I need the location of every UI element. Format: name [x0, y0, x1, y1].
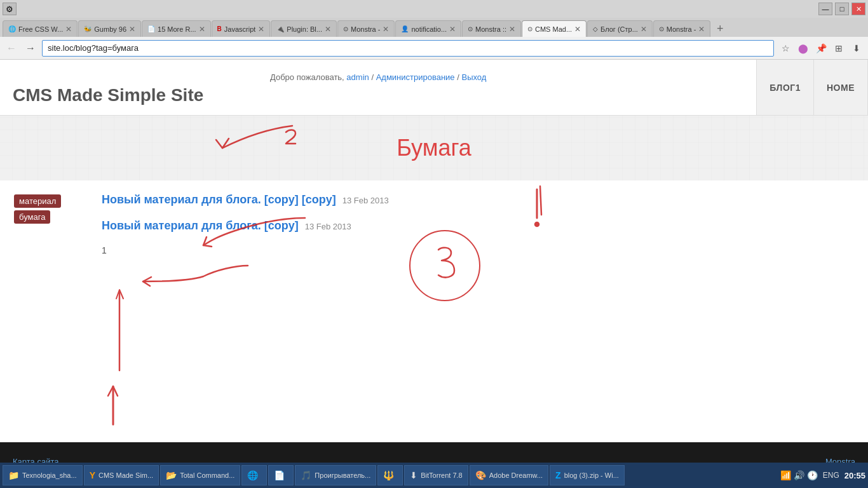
tab-favicon: 🌐 — [8, 25, 16, 32]
tab-close-icon[interactable]: ✕ — [698, 25, 705, 34]
post-1-link[interactable]: Новый материал для блога. [copy] [copy] — [102, 193, 336, 207]
window-controls: — □ ✕ — [818, 3, 865, 15]
taskbar-icon-ie: 🌐 — [247, 470, 258, 480]
system-time: 20:55 — [844, 471, 865, 480]
blog-post-1: Новый материал для блога. [copy] [copy] … — [102, 193, 855, 209]
nav-item-blog1[interactable]: БЛОГ1 — [757, 60, 814, 115]
tab-freecss[interactable]: 🌐 Free CSS W... ✕ — [3, 20, 78, 37]
taskbar-ie[interactable]: 🌐 — [241, 465, 267, 485]
taskbar-icon-bittorrent: ⬇ — [410, 470, 417, 480]
tab-bar: 🌐 Free CSS W... ✕ 🐝 Gumby 96 ✕ 📄 15 More… — [0, 18, 868, 37]
nav-item-home[interactable]: HOME — [814, 60, 868, 115]
tab-notification[interactable]: 👤 notificatio... ✕ — [395, 20, 461, 37]
tab-close-icon[interactable]: ✕ — [258, 25, 264, 34]
settings-button[interactable]: ⚙ — [3, 3, 17, 15]
tab-favicon: 📄 — [147, 25, 155, 32]
tab-label: Gumby 96 — [94, 25, 126, 33]
taskbar: 📁 Texnologia_sha... Y CMS Made Sim... 📂 … — [0, 463, 868, 488]
site-nav: БЛОГ1 HOME — [756, 60, 868, 115]
taskbar-dreamweaver[interactable]: 🎨 Adobe Dreamw... — [470, 465, 548, 485]
logout-link[interactable]: Выход — [461, 72, 486, 82]
forward-button[interactable]: → — [23, 41, 38, 56]
tab-close-icon[interactable]: ✕ — [509, 25, 515, 34]
taskbar-zip[interactable]: Z blog (3).zip - Wi... — [550, 465, 625, 485]
tab-close-icon[interactable]: ✕ — [129, 25, 135, 34]
tab-monstra1[interactable]: ⊙ Monstra - ✕ — [337, 20, 395, 37]
tab-plugin[interactable]: 🔌 Plugin: Bl... ✕ — [271, 20, 337, 37]
tag-material[interactable]: материал — [14, 194, 61, 208]
taskbar-icon-texnologia: 📁 — [8, 470, 19, 480]
tab-label: notificatio... — [411, 25, 447, 33]
post-2-link[interactable]: Новый материал для блога. [copy] — [102, 219, 299, 233]
taskbar-cms[interactable]: Y CMS Made Sim... — [84, 465, 159, 485]
tab-label: Javascript — [224, 25, 256, 33]
taskbar-file[interactable]: 📄 — [268, 465, 294, 485]
back-button[interactable]: ← — [4, 41, 19, 56]
taskbar-totalcmd[interactable]: 📂 Total Command... — [160, 465, 240, 485]
taskbar-label-zip: blog (3).zip - Wi... — [564, 471, 619, 479]
tab-label: Free CSS W... — [18, 25, 63, 33]
site-title-area: Добро пожаловать, admin / Администрирова… — [0, 60, 756, 115]
new-tab-button[interactable]: + — [711, 20, 729, 37]
title-bar: ⚙ — □ ✕ — [0, 0, 868, 18]
taskbar-label-player: Проигрыватель... — [315, 471, 370, 479]
taskbar-label-totalcmd: Total Command... — [180, 471, 234, 479]
taskbar-label-texnologia: Texnologia_sha... — [22, 471, 77, 479]
tab-label: Monstra - — [351, 25, 380, 33]
taskbar-texnologia[interactable]: 📁 Texnologia_sha... — [3, 465, 83, 485]
taskbar-label-cms: CMS Made Sim... — [98, 471, 153, 479]
taskbar-icon-totalcmd: 📂 — [166, 470, 177, 480]
sidebar-tags: материал бумага — [13, 193, 89, 255]
tab-blog[interactable]: ◇ Блог (Стр... ✕ — [587, 20, 653, 37]
taskbar-label-dreamweaver: Adobe Dreamw... — [489, 471, 543, 479]
resize-icon[interactable]: ⊞ — [831, 41, 846, 56]
url-input[interactable] — [42, 40, 774, 57]
maximize-button[interactable]: □ — [835, 3, 849, 15]
tray-clock-icon: 🕐 — [807, 470, 818, 480]
tab-label: Monstra - — [667, 25, 696, 33]
tag-bumaga[interactable]: бумага — [14, 210, 50, 224]
pagination: 1 — [102, 245, 855, 255]
taskbar-player[interactable]: 🎵 Проигрыватель... — [295, 465, 376, 485]
color-icon[interactable]: ⬤ — [796, 41, 811, 56]
tab-monstra3[interactable]: ⊙ Monstra - ✕ — [653, 20, 710, 37]
tab-javascript[interactable]: B Javascript ✕ — [212, 20, 271, 37]
tab-gumby[interactable]: 🐝 Gumby 96 ✕ — [78, 20, 141, 37]
taskbar-icon-zip: Z — [555, 470, 561, 480]
site-header: Добро пожаловать, admin / Администрирова… — [0, 60, 868, 116]
download-icon[interactable]: ⬇ — [849, 41, 864, 56]
tab-close-icon[interactable]: ✕ — [641, 25, 647, 34]
star-icon[interactable]: ☆ — [778, 41, 793, 56]
tab-favicon: ⊙ — [659, 25, 664, 32]
tab-close-icon[interactable]: ✕ — [574, 25, 581, 34]
tab-label: CMS Mad... — [535, 25, 572, 33]
post-2-date: 13 Feb 2013 — [305, 222, 351, 231]
tab-15more[interactable]: 📄 15 More R... ✕ — [142, 20, 211, 37]
tray-icons: 📶 🔊 🕐 — [780, 470, 818, 480]
tab-favicon: ⊙ — [527, 25, 532, 32]
tab-close-icon[interactable]: ✕ — [449, 25, 456, 34]
tab-close-icon[interactable]: ✕ — [383, 25, 389, 34]
pin-icon[interactable]: 📌 — [813, 41, 829, 56]
taskbar-icon-player: 🎵 — [301, 470, 311, 480]
welcome-bar: Добро пожаловать, admin / Администрирова… — [13, 69, 743, 85]
tray-network-icon: 📶 — [780, 470, 791, 480]
close-button[interactable]: ✕ — [851, 3, 865, 15]
tab-close-icon[interactable]: ✕ — [65, 25, 72, 34]
taskbar-icon-file: 📄 — [274, 470, 285, 480]
minimize-button[interactable]: — — [818, 3, 832, 15]
content-area: Новый материал для блога. [copy] [copy] … — [102, 193, 855, 255]
tab-monstra2[interactable]: ⊙ Monstra :: ✕ — [462, 20, 521, 37]
admin-link[interactable]: Администрирование — [376, 72, 455, 82]
tab-favicon: ⊙ — [343, 25, 348, 32]
tab-label: Plugin: Bl... — [287, 25, 322, 33]
tab-cmsmade[interactable]: ⊙ CMS Mad... ✕ — [522, 20, 587, 37]
welcome-user-link[interactable]: admin — [346, 72, 369, 82]
taskbar-misc[interactable]: 🔱 — [377, 465, 403, 485]
tab-label: Monstra :: — [475, 25, 506, 33]
banner-title: Бумага — [13, 135, 855, 161]
taskbar-bittorrent[interactable]: ⬇ BitTorrent 7.8 — [404, 465, 468, 485]
blog-post-2: Новый материал для блога. [copy] 13 Feb … — [102, 219, 855, 235]
tab-close-icon[interactable]: ✕ — [199, 25, 205, 34]
tab-close-icon[interactable]: ✕ — [325, 25, 331, 34]
